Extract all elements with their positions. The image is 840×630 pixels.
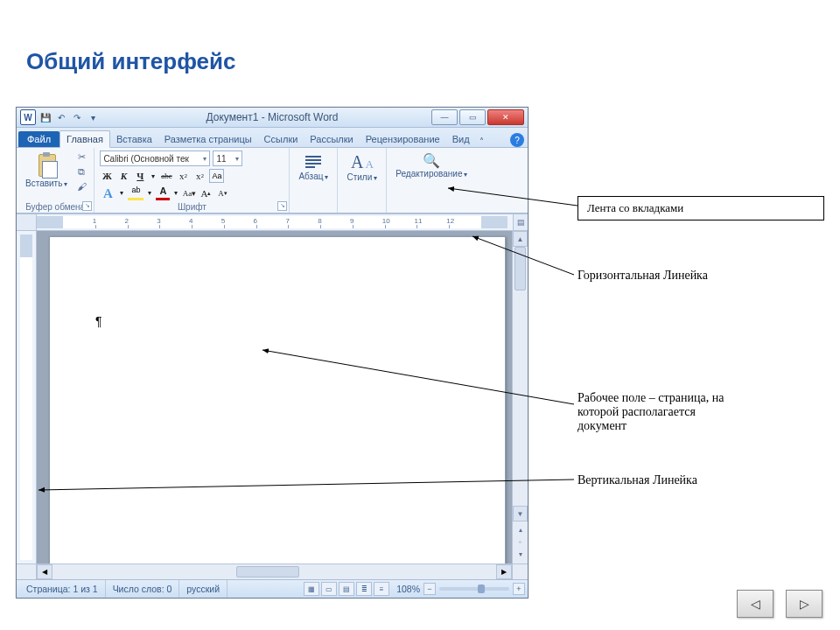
zoom-value[interactable]: 108% [396, 584, 420, 594]
styles-icon-small: A [365, 158, 373, 172]
change-case-button[interactable]: Aa [209, 169, 224, 183]
editing-button[interactable]: 🔍 Редактирование [392, 150, 471, 180]
format-painter-icon[interactable]: 🖌 [74, 180, 88, 192]
horizontal-ruler[interactable]: 123456789101112 ▤ [17, 214, 528, 231]
font-color-dropdown-icon[interactable]: ▾ [172, 186, 179, 200]
callout-ribbon: Лента со вкладками [578, 196, 824, 220]
dialog-launcher-icon[interactable]: ↘ [82, 201, 92, 211]
minimize-button[interactable]: — [431, 109, 458, 125]
next-page-icon[interactable]: ▾ [513, 548, 528, 560]
view-web-layout-icon[interactable]: ▤ [339, 582, 354, 596]
highlight-dropdown-icon[interactable]: ▾ [146, 186, 153, 200]
underline-dropdown-icon[interactable]: ▾ [150, 170, 157, 183]
vertical-ruler[interactable] [17, 231, 37, 564]
font-color-button[interactable]: A [156, 186, 170, 200]
text-effects-button[interactable]: A [100, 186, 116, 200]
view-print-layout-icon[interactable]: ▦ [304, 582, 319, 596]
font-name-combo[interactable]: Calibri (Основной тек▾ [100, 150, 210, 166]
cut-icon[interactable]: ✂ [74, 150, 88, 163]
app-icon: W [20, 109, 36, 125]
tab-mailings[interactable]: Рассылки [304, 131, 359, 147]
tab-insert[interactable]: Вставка [110, 131, 158, 147]
ruler-number: 11 [414, 217, 422, 225]
horizontal-scrollbar[interactable]: ◀ ▶ [17, 564, 528, 579]
subscript-button[interactable]: x2 [176, 170, 190, 183]
document-canvas[interactable]: ¶ [37, 231, 512, 564]
tab-page-layout[interactable]: Разметка страницы [158, 131, 258, 147]
ribbon: Вставить ✂ ⧉ 🖌 Буфер обмена ↘ Calib [17, 148, 528, 214]
superscript-button[interactable]: x2 [192, 170, 206, 183]
qat-customize-icon[interactable]: ▾ [87, 111, 99, 123]
tab-review[interactable]: Рецензирование [360, 131, 446, 147]
help-icon[interactable]: ? [510, 133, 524, 147]
status-bar: Страница: 1 из 1 Число слов: 0 русский ▦… [17, 579, 528, 598]
redo-icon[interactable]: ↷ [71, 111, 83, 123]
hscroll-thumb[interactable] [236, 566, 299, 578]
tab-references[interactable]: Ссылки [258, 131, 304, 147]
zoom-in-icon[interactable]: + [513, 583, 525, 595]
ribbon-tabs: Файл Главная Вставка Разметка страницы С… [17, 128, 528, 148]
copy-icon[interactable]: ⧉ [74, 165, 88, 178]
document-page[interactable]: ¶ [49, 236, 506, 564]
view-draft-icon[interactable]: ≡ [374, 582, 389, 596]
group-editing: 🔍 Редактирование [387, 148, 476, 213]
save-icon[interactable]: 💾 [39, 111, 52, 123]
italic-button[interactable]: К [116, 170, 130, 183]
change-case-dropdown[interactable]: Aa▾ [182, 186, 196, 200]
strike-button[interactable]: abc [159, 170, 173, 183]
prev-slide-button[interactable]: ◁ [737, 590, 774, 618]
font-size-combo[interactable]: 11▾ [213, 150, 242, 166]
ruler-number: 12 [446, 217, 454, 225]
status-language[interactable]: русский [179, 580, 228, 598]
tab-view[interactable]: Вид [446, 131, 476, 147]
scroll-left-icon[interactable]: ◀ [37, 564, 52, 579]
grow-font-button[interactable]: A▴ [199, 186, 213, 200]
scroll-thumb[interactable] [514, 247, 526, 290]
paste-button[interactable]: Вставить [22, 150, 71, 190]
scroll-right-icon[interactable]: ▶ [496, 564, 512, 579]
paragraph-button[interactable]: Абзац [295, 150, 332, 183]
ruler-number: 2 [125, 217, 129, 225]
text-effects-dropdown-icon[interactable]: ▾ [118, 186, 125, 200]
group-paragraph: Абзац [290, 148, 338, 213]
view-full-screen-icon[interactable]: ▭ [321, 582, 337, 596]
view-ruler-toggle-icon[interactable]: ▤ [513, 214, 528, 230]
slide-nav: ◁ ▷ [737, 590, 822, 618]
zoom-out-icon[interactable]: − [424, 583, 436, 595]
slide-title: Общий интерфейс [26, 48, 235, 75]
tab-file[interactable]: Файл [18, 131, 60, 147]
view-outline-icon[interactable]: ≣ [356, 582, 372, 596]
undo-icon[interactable]: ↶ [55, 111, 67, 123]
vertical-scrollbar[interactable]: ▲ ▼ ▴ ◦ ▾ [512, 231, 528, 564]
scroll-down-icon[interactable]: ▼ [513, 506, 528, 522]
maximize-button[interactable]: ▭ [459, 109, 486, 125]
group-clipboard: Вставить ✂ ⧉ 🖌 Буфер обмена ↘ [17, 148, 94, 213]
highlight-button[interactable]: ab [128, 186, 144, 200]
dialog-launcher-icon[interactable]: ↘ [277, 201, 287, 211]
callout-hruler: Горизонтальная Линейка [578, 269, 708, 283]
quick-access-toolbar: W 💾 ↶ ↷ ▾ [20, 109, 99, 125]
prev-page-icon[interactable]: ▴ [513, 523, 528, 536]
next-slide-button[interactable]: ▷ [786, 590, 822, 618]
view-buttons: ▦ ▭ ▤ ≣ ≡ 108% − + [304, 582, 525, 596]
minimize-ribbon-icon[interactable]: ˄ [476, 135, 488, 147]
tab-home[interactable]: Главная [60, 130, 110, 148]
bold-button[interactable]: Ж [100, 170, 114, 183]
group-label-editing [392, 200, 471, 212]
underline-button[interactable]: Ч [133, 170, 147, 183]
close-button[interactable]: ✕ [487, 109, 524, 125]
group-label-font: Шрифт ↘ [100, 200, 284, 212]
ruler-number: 6 [254, 217, 257, 225]
styles-button[interactable]: A A Стили [343, 150, 381, 184]
browse-object-icon[interactable]: ◦ [513, 536, 528, 548]
scroll-up-icon[interactable]: ▲ [513, 231, 528, 247]
status-word-count[interactable]: Число слов: 0 [106, 580, 180, 598]
ruler-strip: 123456789101112 [37, 216, 508, 228]
ruler-number: 4 [189, 217, 192, 225]
zoom-slider[interactable] [439, 587, 509, 591]
shrink-font-button[interactable]: A▾ [215, 186, 229, 200]
status-page[interactable]: Страница: 1 из 1 [19, 580, 106, 598]
title-bar: W 💾 ↶ ↷ ▾ Документ1 - Microsoft Word — ▭… [17, 108, 528, 128]
ruler-number: 8 [318, 217, 321, 225]
find-icon: 🔍 [423, 152, 440, 169]
